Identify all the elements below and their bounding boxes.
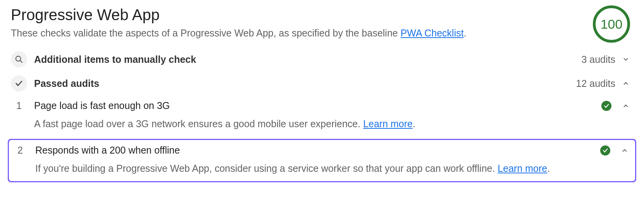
audit-description: If you're building a Progressive Web App… [12, 161, 632, 181]
subtitle-suffix: . [464, 28, 467, 38]
audit-header[interactable]: 2 Responds with a 200 when offline [12, 140, 632, 161]
learn-more-link[interactable]: Learn more [363, 118, 413, 129]
learn-more-link[interactable]: Learn more [498, 163, 547, 174]
audit-index: 2 [12, 145, 28, 156]
audit-item-highlighted: 2 Responds with a 200 when offline If yo… [8, 139, 636, 182]
chevron-up-icon [621, 147, 628, 154]
chevron-down-icon [622, 56, 629, 63]
section-passed-audits[interactable]: Passed audits 12 audits [11, 71, 633, 95]
audit-desc-text: If you're building a Progressive Web App… [35, 163, 498, 174]
chevron-up-icon [622, 80, 629, 87]
score-gauge: 100 [593, 5, 630, 43]
audit-item: 1 Page load is fast enough on 3G A fast … [11, 95, 633, 139]
page-subtitle: These checks validate the aspects of a P… [11, 28, 593, 39]
audit-desc-suffix: . [547, 163, 550, 174]
section-passed-title: Passed audits [34, 78, 576, 89]
check-icon [11, 75, 27, 92]
chevron-up-icon [622, 102, 629, 109]
audit-title: Page load is fast enough on 3G [34, 100, 601, 111]
section-manual-title: Additional items to manually check [34, 54, 581, 65]
audit-title: Responds with a 200 when offline [35, 145, 600, 156]
audit-index: 1 [11, 100, 27, 111]
section-passed-count: 12 audits [576, 78, 615, 89]
pass-badge-icon [601, 101, 611, 111]
svg-line-1 [20, 61, 22, 62]
section-manual-count: 3 audits [581, 54, 615, 65]
audit-desc-suffix: . [413, 118, 415, 129]
search-icon [11, 51, 27, 67]
subtitle-text: These checks validate the aspects of a P… [11, 28, 401, 38]
pwa-checklist-link[interactable]: PWA Checklist [401, 28, 464, 38]
score-value: 100 [601, 17, 623, 32]
section-manual-checks[interactable]: Additional items to manually check 3 aud… [11, 47, 633, 71]
audit-desc-text: A fast page load over a 3G network ensur… [34, 118, 363, 129]
page-title: Progressive Web App [11, 6, 593, 24]
audit-header[interactable]: 1 Page load is fast enough on 3G [11, 95, 633, 116]
pass-badge-icon [600, 145, 610, 156]
audit-description: A fast page load over a 3G network ensur… [11, 116, 633, 137]
